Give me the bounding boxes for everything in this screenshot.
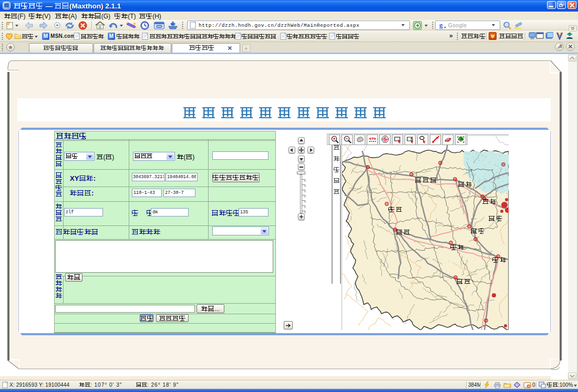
svg-text:S: S — [384, 137, 387, 142]
svg-text:?: ? — [371, 136, 374, 141]
